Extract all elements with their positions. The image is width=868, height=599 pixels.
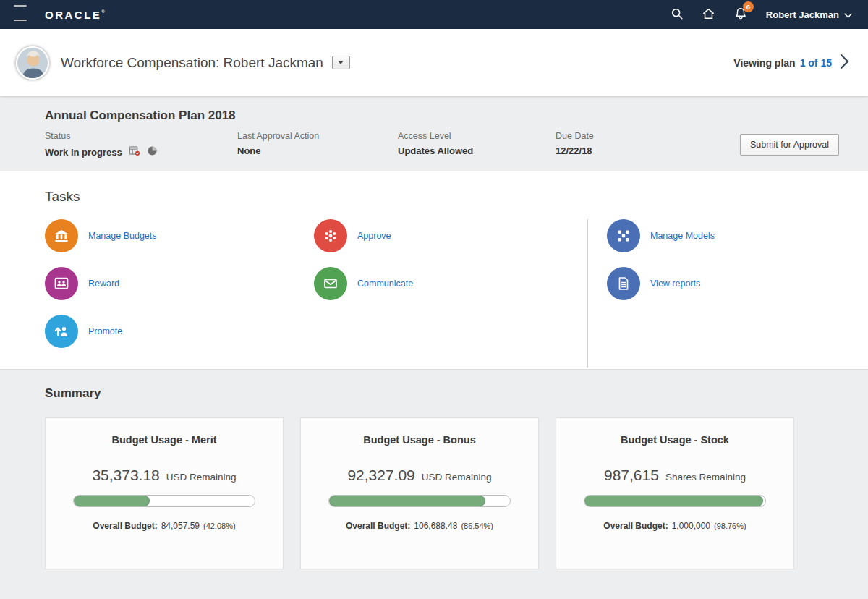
remaining-amount: 92,327.09 — [347, 467, 414, 484]
remaining-unit: USD Remaining — [422, 472, 492, 483]
pie-chart-status-icon[interactable] — [147, 145, 158, 159]
nav-home-button[interactable] — [695, 1, 723, 27]
search-icon — [671, 7, 684, 22]
report-document-icon — [607, 267, 640, 300]
last-approval-value: None — [237, 145, 398, 156]
overall-budget-value: 84,057.59 — [161, 521, 200, 531]
plan-selector-dropdown[interactable] — [332, 56, 350, 69]
task-label: Manage Models — [650, 231, 715, 241]
card-title: Budget Usage - Merit — [111, 434, 216, 446]
task-label: Promote — [88, 326, 122, 336]
viewing-plan-value: 1 of 15 — [800, 57, 832, 69]
plan-fields: Status Work in progress Last Approval Ac… — [45, 131, 839, 159]
top-navbar: ORACLE® 6 Robert Jackman — [0, 0, 868, 29]
task-manage-models[interactable]: Manage Models — [607, 219, 715, 252]
tasks-section: Tasks Manage Budgets Reward — [0, 171, 868, 369]
task-label: Reward — [88, 279, 119, 289]
overall-budget-line: Overall Budget: 1,000,000 (98.76%) — [603, 521, 746, 531]
field-access-level: Access Level Updates Allowed — [398, 131, 556, 156]
task-manage-budgets[interactable]: Manage Budgets — [45, 219, 157, 252]
chevron-down-icon — [844, 9, 852, 20]
last-approval-label: Last Approval Action — [237, 131, 398, 141]
envelope-icon — [314, 267, 347, 300]
overall-budget-label: Overall Budget: — [93, 521, 157, 531]
viewing-plan: Viewing plan 1 of 15 — [733, 54, 849, 72]
task-label: View reports — [650, 279, 700, 289]
task-communicate[interactable]: Communicate — [314, 267, 413, 300]
field-due-date: Due Date 12/22/18 — [556, 131, 594, 156]
tasks-grid: Manage Budgets Reward Promote — [45, 219, 839, 368]
oracle-logo: ORACLE® — [45, 9, 105, 21]
notification-badge: 6 — [743, 1, 754, 12]
promote-icon — [45, 315, 78, 348]
chevron-right-icon — [840, 54, 849, 72]
budget-progress-fill — [584, 496, 763, 506]
field-status: Status Work in progress — [45, 131, 237, 159]
budget-progress-bar — [584, 495, 766, 507]
remaining-row: 35,373.18 USD Remaining — [92, 467, 236, 484]
overall-budget-label: Overall Budget: — [603, 521, 668, 531]
remaining-row: 987,615 Shares Remaining — [604, 467, 746, 484]
reward-icon — [45, 267, 78, 300]
user-name: Robert Jackman — [766, 9, 839, 20]
task-reward[interactable]: Reward — [45, 267, 119, 300]
due-date-value: 12/22/18 — [556, 145, 594, 156]
overall-budget-percent: (86.54%) — [461, 522, 493, 530]
viewing-plan-label: Viewing plan — [733, 57, 795, 69]
dropdown-arrow-icon — [338, 61, 344, 64]
task-approve[interactable]: Approve — [314, 219, 391, 252]
submit-for-approval-button[interactable]: Submit for Approval — [740, 134, 839, 156]
page-header: Workforce Compensation: Robert Jackman V… — [0, 29, 868, 96]
summary-section: Summary Budget Usage - Merit 35,373.18 U… — [0, 369, 868, 599]
overall-budget-line: Overall Budget: 106,688.48 (86.54%) — [346, 521, 493, 531]
tasks-column-1: Manage Budgets Reward Promote — [45, 219, 314, 368]
budget-progress-fill — [74, 496, 150, 506]
summary-cards: Budget Usage - Merit 35,373.18 USD Remai… — [45, 417, 839, 569]
budget-progress-fill — [329, 496, 485, 506]
plan-info-section: Annual Compensation Plan 2018 Status Wor… — [0, 96, 868, 171]
access-level-label: Access Level — [398, 131, 556, 141]
overall-budget-percent: (42.08%) — [203, 522, 236, 530]
tasks-title: Tasks — [45, 189, 839, 205]
overall-budget-percent: (98.76%) — [714, 522, 746, 530]
next-plan-button[interactable] — [840, 54, 849, 72]
task-promote[interactable]: Promote — [45, 315, 122, 348]
plan-title: Annual Compensation Plan 2018 — [45, 109, 839, 123]
budget-progress-bar — [328, 495, 511, 507]
nav-notifications-button[interactable]: 6 — [727, 1, 754, 27]
field-last-approval: Last Approval Action None — [237, 131, 398, 156]
overall-budget-label: Overall Budget: — [346, 521, 410, 531]
worksheet-status-icon[interactable] — [129, 145, 140, 159]
home-icon — [702, 7, 715, 22]
status-value: Work in progress — [45, 147, 122, 158]
overall-budget-value: 1,000,000 — [672, 521, 710, 531]
user-menu[interactable]: Robert Jackman — [766, 9, 852, 20]
card-title: Budget Usage - Stock — [621, 434, 729, 446]
summary-title: Summary — [45, 386, 839, 401]
remaining-amount: 35,373.18 — [92, 467, 159, 484]
tasks-column-3: Manage Models View reports — [587, 219, 839, 368]
brand-text: ORACLE — [45, 9, 101, 21]
due-date-label: Due Date — [556, 131, 594, 141]
approve-stamp-icon — [314, 219, 347, 252]
task-label: Approve — [357, 231, 391, 241]
task-label: Communicate — [357, 279, 413, 289]
remaining-row: 92,327.09 USD Remaining — [347, 467, 491, 484]
avatar — [16, 46, 49, 80]
remaining-amount: 987,615 — [604, 467, 659, 484]
status-label: Status — [45, 131, 237, 141]
nav-search-button[interactable] — [663, 1, 691, 27]
overall-budget-value: 106,688.48 — [414, 521, 457, 531]
budget-card-stock: Budget Usage - Stock 987,615 Shares Rema… — [556, 417, 794, 569]
budget-progress-bar — [73, 495, 255, 507]
task-label: Manage Budgets — [88, 231, 157, 241]
overall-budget-line: Overall Budget: 84,057.59 (42.08%) — [93, 521, 235, 531]
registered-mark: ® — [101, 9, 104, 14]
budget-card-merit: Budget Usage - Merit 35,373.18 USD Remai… — [45, 417, 284, 569]
budget-card-bonus: Budget Usage - Bonus 92,327.09 USD Remai… — [300, 417, 539, 569]
task-view-reports[interactable]: View reports — [607, 267, 700, 300]
bank-icon — [45, 219, 78, 252]
remaining-unit: Shares Remaining — [665, 472, 746, 483]
card-title: Budget Usage - Bonus — [363, 434, 475, 446]
remaining-unit: USD Remaining — [166, 472, 237, 483]
